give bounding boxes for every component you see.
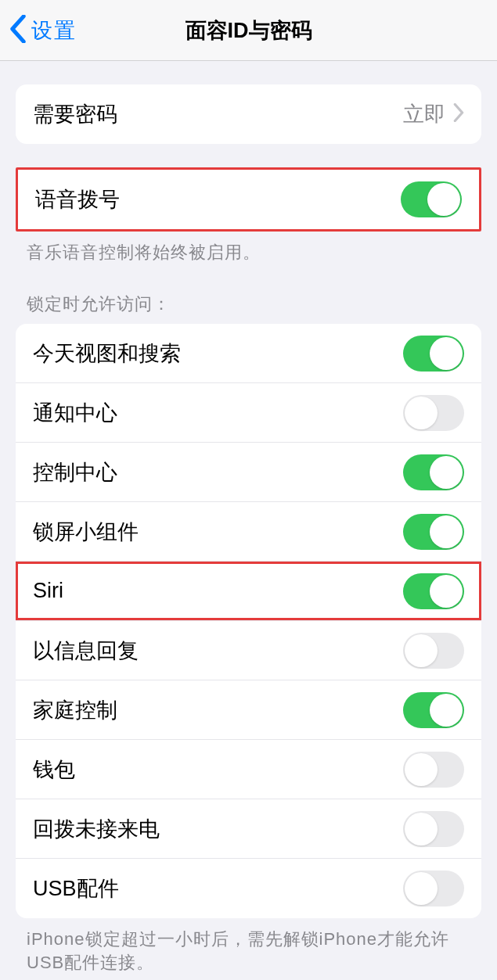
lock-row-label: Siri — [33, 579, 63, 603]
lock-row-label: 今天视图和搜索 — [33, 339, 181, 368]
lock-row-label: 回拨未接来电 — [33, 815, 160, 843]
lock-row-4: Siri — [16, 562, 481, 621]
lock-row-1: 通知中心 — [16, 383, 481, 443]
lock-row-toggle[interactable] — [403, 336, 464, 372]
lock-row-label: 锁屏小组件 — [33, 518, 139, 546]
lock-row-label: 钱包 — [33, 756, 75, 784]
lock-row-5: 以信息回复 — [16, 621, 481, 680]
lock-row-label: 以信息回复 — [33, 637, 139, 665]
lock-row-toggle[interactable] — [403, 811, 464, 847]
lock-row-label: 通知中心 — [33, 399, 117, 427]
lock-row-8: 回拨未接来电 — [16, 799, 481, 859]
require-passcode-label: 需要密码 — [33, 100, 117, 128]
voice-dial-row: 语音拨号 — [18, 170, 479, 229]
voice-dial-group: 语音拨号 — [16, 167, 481, 232]
lock-section-header: 锁定时允许访问： — [27, 293, 470, 316]
navbar: 设置 面容ID与密码 — [0, 0, 497, 61]
lock-row-6: 家庭控制 — [16, 680, 481, 740]
lock-row-label: 控制中心 — [33, 458, 117, 486]
lock-row-toggle[interactable] — [403, 454, 464, 490]
lock-row-toggle[interactable] — [403, 871, 464, 906]
require-passcode-value: 立即 — [403, 100, 445, 128]
lock-row-toggle[interactable] — [403, 752, 464, 788]
back-button[interactable]: 设置 — [9, 15, 77, 46]
lock-row-toggle[interactable] — [403, 514, 464, 550]
passcode-group: 需要密码 立即 — [16, 84, 481, 144]
lock-row-label: 家庭控制 — [33, 696, 117, 724]
lock-row-label: USB配件 — [33, 874, 119, 903]
lock-section-footer: iPhone锁定超过一小时后，需先解锁iPhone才能允许USB配件连接。 — [27, 928, 470, 975]
page-title: 面容ID与密码 — [185, 16, 312, 45]
lock-row-3: 锁屏小组件 — [16, 502, 481, 562]
lock-row-2: 控制中心 — [16, 443, 481, 502]
lock-access-group: 今天视图和搜索通知中心控制中心锁屏小组件Siri以信息回复家庭控制钱包回拨未接来… — [16, 324, 481, 918]
lock-row-toggle[interactable] — [403, 573, 464, 609]
chevron-left-icon — [9, 15, 27, 46]
back-label: 设置 — [31, 16, 77, 45]
voice-dial-label: 语音拨号 — [35, 185, 120, 214]
lock-row-9: USB配件 — [16, 859, 481, 918]
require-passcode-row[interactable]: 需要密码 立即 — [16, 84, 481, 144]
chevron-right-icon — [453, 103, 464, 125]
voice-dial-footer: 音乐语音控制将始终被启用。 — [27, 241, 470, 264]
lock-row-toggle[interactable] — [403, 633, 464, 669]
voice-dial-toggle[interactable] — [401, 181, 462, 217]
lock-row-toggle[interactable] — [403, 395, 464, 431]
lock-row-7: 钱包 — [16, 740, 481, 799]
lock-row-0: 今天视图和搜索 — [16, 324, 481, 383]
lock-row-toggle[interactable] — [403, 692, 464, 728]
